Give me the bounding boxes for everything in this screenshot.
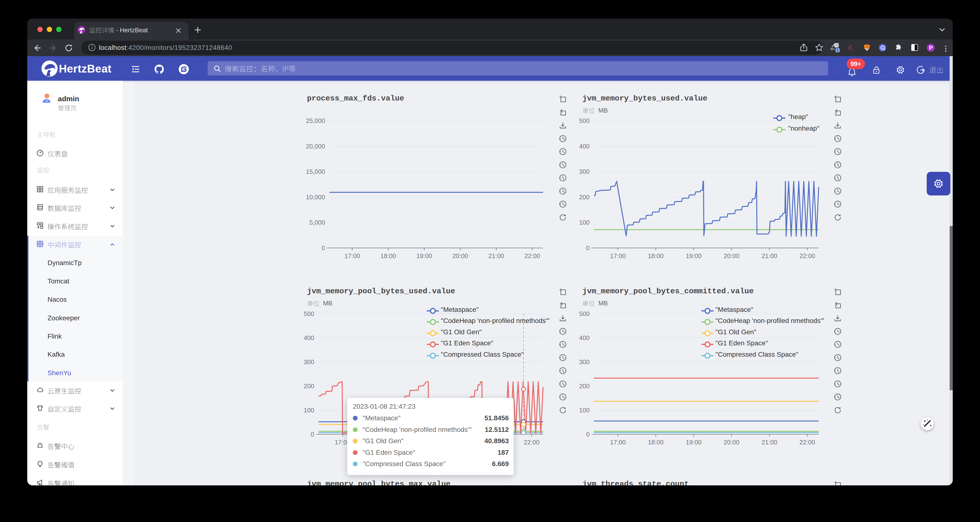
svg-text:400: 400 (304, 334, 314, 341)
svg-text:0: 0 (322, 244, 325, 252)
svg-text:20:00: 20:00 (724, 252, 739, 260)
svg-text:200: 200 (304, 382, 314, 390)
svg-text:22:00: 22:00 (524, 439, 539, 446)
svg-text:100: 100 (579, 406, 590, 414)
svg-text:500: 500 (304, 310, 314, 317)
svg-text:400: 400 (579, 143, 590, 150)
svg-text:en: en (830, 47, 835, 51)
svg-text:19:00: 19:00 (686, 439, 702, 446)
svg-text:10,000: 10,000 (306, 194, 325, 201)
svg-text:5,000: 5,000 (309, 219, 325, 226)
svg-text:19:00: 19:00 (417, 252, 432, 260)
svg-text:20:00: 20:00 (724, 439, 739, 446)
svg-text:19:00: 19:00 (686, 252, 702, 260)
svg-text:300: 300 (304, 359, 314, 366)
svg-text:300: 300 (579, 359, 590, 366)
svg-text:200: 200 (579, 194, 590, 201)
svg-text:21:00: 21:00 (488, 252, 504, 260)
svg-text:500: 500 (579, 310, 590, 317)
svg-text:22:00: 22:00 (799, 252, 815, 260)
svg-text:17:00: 17:00 (610, 439, 626, 446)
svg-text:22:00: 22:00 (525, 252, 540, 260)
svg-text:20,000: 20,000 (306, 143, 325, 150)
svg-text:18:00: 18:00 (648, 252, 663, 260)
svg-text:500: 500 (579, 117, 590, 124)
svg-text:C: C (849, 44, 853, 51)
svg-text:300: 300 (579, 168, 590, 175)
svg-text:100: 100 (304, 406, 314, 414)
svg-text:P: P (929, 44, 933, 51)
svg-text:18:00: 18:00 (380, 252, 396, 260)
svg-text:18:00: 18:00 (648, 439, 663, 446)
svg-text:1: 1 (837, 48, 838, 52)
svg-text:17:00: 17:00 (610, 252, 626, 260)
svg-text:25,000: 25,000 (306, 117, 325, 124)
svg-text:0: 0 (311, 431, 314, 438)
svg-text:200: 200 (579, 382, 590, 390)
svg-text:15,000: 15,000 (306, 168, 325, 175)
svg-text:400: 400 (579, 334, 590, 341)
svg-text:21:00: 21:00 (762, 439, 777, 446)
svg-text:17:00: 17:00 (344, 252, 360, 260)
svg-text:0: 0 (586, 431, 590, 438)
svg-text:0: 0 (586, 244, 590, 252)
svg-text:100: 100 (579, 219, 590, 226)
svg-text:20:00: 20:00 (452, 252, 468, 260)
svg-text:22:00: 22:00 (799, 439, 815, 446)
svg-text:21:00: 21:00 (762, 252, 777, 260)
